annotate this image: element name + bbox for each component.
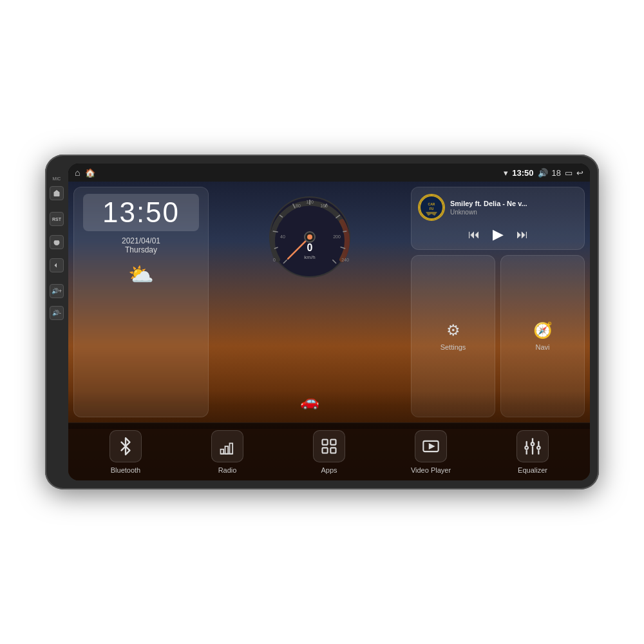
video-player-icon-wrap [415, 430, 447, 462]
volume-down-button[interactable]: 🔊- [50, 306, 64, 320]
svg-line-9 [343, 231, 346, 232]
settings-icon: ⚙ [446, 321, 460, 339]
svg-rect-31 [323, 439, 328, 444]
power-button[interactable] [50, 235, 64, 249]
svg-point-40 [531, 442, 535, 446]
car-head-unit: MIC RST 🔊+ 🔊- ⌂ 🏠 ▾ 13:5 [45, 155, 599, 489]
next-button[interactable]: ⏭ [516, 228, 528, 242]
svg-text:km/h: km/h [304, 254, 315, 260]
svg-text:120: 120 [306, 200, 314, 204]
clock-display: 13:50 [83, 194, 199, 231]
music-controls: ⏮ ▶ ⏭ [418, 226, 578, 243]
svg-marker-36 [430, 444, 434, 448]
rst-button[interactable]: RST [50, 212, 64, 226]
speedometer-widget: 0 40 80 120 160 200 240 [214, 187, 406, 417]
equalizer-icon [524, 437, 542, 455]
clock-date: 2021/04/01 [83, 236, 199, 245]
volume-level: 18 [552, 168, 561, 178]
svg-rect-34 [330, 448, 336, 453]
bluetooth-label: Bluetooth [111, 466, 140, 474]
navi-icon: 🧭 [533, 321, 553, 339]
radio-label: Radio [218, 466, 237, 474]
back-status-icon: ↩ [576, 168, 583, 178]
svg-text:0: 0 [273, 258, 276, 262]
wifi-icon: ▾ [504, 168, 508, 178]
svg-rect-32 [330, 439, 336, 444]
svg-text:40: 40 [280, 234, 285, 239]
svg-point-21 [307, 234, 312, 240]
settings-navi-row: ⚙ Settings 🧭 Navi [411, 255, 585, 417]
svg-rect-27 [221, 449, 224, 453]
svg-text:80: 80 [296, 204, 301, 208]
right-widgets: CAR FU Smiley ft. Delia - Ne v... Unknow… [411, 187, 585, 417]
music-logo: CAR FU [418, 194, 445, 221]
video-player-icon [422, 437, 440, 455]
bottom-bar: Bluetooth Radio [68, 422, 590, 480]
svg-rect-28 [225, 446, 229, 454]
apps-icon-wrap [313, 430, 345, 462]
navi-label: Navi [535, 343, 549, 351]
svg-text:200: 200 [333, 234, 341, 239]
equalizer-icon-wrap [516, 430, 549, 462]
bluetooth-icon [117, 437, 135, 455]
svg-text:CAR: CAR [428, 202, 435, 206]
back-button[interactable] [50, 258, 64, 272]
android-icon: 🏠 [85, 168, 95, 178]
home-status-icon: ⌂ [75, 167, 80, 178]
weather-icon: ⛅ [83, 262, 199, 287]
radio-icon-wrap [211, 430, 243, 462]
svg-text:0: 0 [307, 242, 313, 253]
mic-label: MIC [53, 176, 61, 181]
equalizer-label: Equalizer [518, 466, 547, 474]
play-button[interactable]: ▶ [493, 226, 504, 243]
music-info: Smiley ft. Delia - Ne v... Unknown [450, 200, 578, 216]
settings-label: Settings [440, 343, 466, 351]
clock-day: Thursday [83, 245, 199, 254]
svg-rect-29 [230, 443, 233, 453]
video-player-item[interactable]: Video Player [405, 430, 457, 474]
settings-widget[interactable]: ⚙ Settings [411, 255, 495, 417]
widgets-area: 13:50 2021/04/01 Thursday ⛅ [68, 182, 590, 422]
side-buttons-panel: MIC RST 🔊+ 🔊- [45, 164, 68, 480]
bluetooth-icon-wrap [109, 430, 142, 462]
music-widget[interactable]: CAR FU Smiley ft. Delia - Ne v... Unknow… [411, 187, 585, 250]
screen: ⌂ 🏠 ▾ 13:50 🔊 18 ▭ ↩ 13:50 2021/04/01 Th… [68, 164, 590, 480]
navi-widget[interactable]: 🧭 Navi [500, 255, 585, 417]
volume-icon: 🔊 [538, 168, 548, 178]
speedometer-svg: 0 40 80 120 160 200 240 [265, 192, 355, 282]
svg-text:FU: FU [430, 207, 434, 211]
svg-text:160: 160 [320, 204, 328, 208]
equalizer-item[interactable]: Equalizer [507, 430, 558, 474]
svg-text:240: 240 [341, 258, 349, 262]
music-info-area: CAR FU Smiley ft. Delia - Ne v... Unknow… [418, 194, 578, 221]
video-player-label: Video Player [411, 466, 451, 474]
svg-rect-33 [323, 448, 328, 453]
svg-point-43 [537, 446, 540, 450]
clock-widget: 13:50 2021/04/01 Thursday ⛅ [73, 187, 209, 417]
bluetooth-item[interactable]: Bluetooth [100, 430, 151, 474]
status-left: ⌂ 🏠 [75, 167, 95, 178]
radio-icon [218, 437, 236, 455]
apps-label: Apps [321, 466, 337, 474]
main-content: 13:50 2021/04/01 Thursday ⛅ [68, 182, 590, 480]
volume-up-button[interactable]: 🔊+ [50, 284, 64, 298]
status-right: ▾ 13:50 🔊 18 ▭ ↩ [504, 168, 583, 178]
music-artist: Unknown [450, 209, 578, 216]
road-scene: 🚗 [245, 385, 374, 417]
battery-icon: ▭ [565, 168, 573, 178]
prev-button[interactable]: ⏮ [468, 228, 480, 242]
svg-point-38 [525, 446, 528, 450]
radio-item[interactable]: Radio [202, 430, 253, 474]
status-time: 13:50 [512, 168, 533, 178]
music-title: Smiley ft. Delia - Ne v... [450, 200, 578, 207]
status-bar: ⌂ 🏠 ▾ 13:50 🔊 18 ▭ ↩ [68, 164, 590, 182]
apps-icon [320, 437, 338, 455]
home-button[interactable] [50, 186, 64, 200]
speedometer: 0 40 80 120 160 200 240 [265, 192, 355, 282]
apps-item[interactable]: Apps [303, 430, 355, 474]
